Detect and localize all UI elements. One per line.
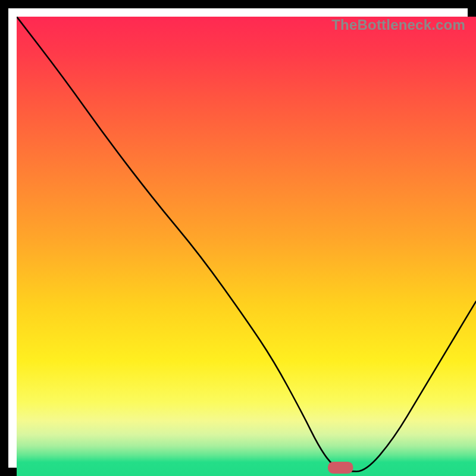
bottleneck-curve <box>17 17 476 471</box>
plot-area: TheBottleneck.com <box>17 17 476 476</box>
optimal-marker <box>328 462 353 474</box>
watermark-label: TheBottleneck.com <box>331 17 465 33</box>
curve-layer <box>17 17 476 476</box>
chart-frame: TheBottleneck.com <box>0 0 476 476</box>
